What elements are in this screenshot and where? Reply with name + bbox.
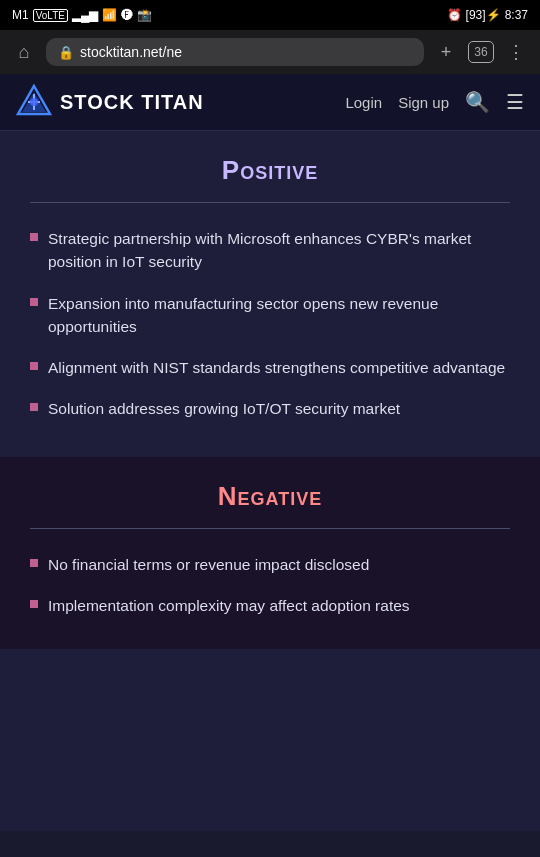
header-nav: Login Sign up 🔍 ☰ — [345, 90, 524, 114]
positive-section: Positive Strategic partnership with Micr… — [0, 131, 540, 453]
positive-item-1: Strategic partnership with Microsoft enh… — [48, 227, 510, 274]
positive-title: Positive — [30, 155, 510, 186]
browser-menu-icon[interactable]: ⋮ — [502, 41, 530, 63]
list-item: Implementation complexity may affect ado… — [30, 594, 510, 617]
status-right: ⏰ [93]⚡ 8:37 — [447, 8, 528, 22]
site-header: STOCK TITAN Login Sign up 🔍 ☰ — [0, 74, 540, 131]
url-text: stocktitan.net/ne — [80, 44, 182, 60]
carrier-label: M1 — [12, 8, 29, 22]
wifi-icon: 📶 — [102, 8, 117, 22]
list-item: Strategic partnership with Microsoft enh… — [30, 227, 510, 274]
negative-item-1: No financial terms or revenue impact dis… — [48, 553, 369, 576]
negative-item-2: Implementation complexity may affect ado… — [48, 594, 410, 617]
bullet-icon — [30, 298, 38, 306]
bullet-icon — [30, 362, 38, 370]
list-item: No financial terms or revenue impact dis… — [30, 553, 510, 576]
tabs-button[interactable]: 36 — [468, 41, 494, 63]
signal-icon: ▂▄▆ — [72, 8, 99, 22]
list-item: Expansion into manufacturing sector open… — [30, 292, 510, 339]
url-bar[interactable]: 🔒 stocktitan.net/ne — [46, 38, 424, 66]
time-display: 8:37 — [505, 8, 528, 22]
logo-icon — [16, 84, 52, 120]
svg-point-2 — [30, 98, 38, 106]
negative-divider — [30, 528, 510, 529]
negative-list: No financial terms or revenue impact dis… — [30, 553, 510, 618]
positive-list: Strategic partnership with Microsoft enh… — [30, 227, 510, 421]
bullet-icon — [30, 559, 38, 567]
positive-item-4: Solution addresses growing IoT/OT securi… — [48, 397, 400, 420]
status-bar: M1 VoLTE ▂▄▆ 📶 🅕 📸 ⏰ [93]⚡ 8:37 — [0, 0, 540, 30]
positive-divider — [30, 202, 510, 203]
instagram-icon: 📸 — [137, 8, 152, 22]
bullet-icon — [30, 233, 38, 241]
login-link[interactable]: Login — [345, 94, 382, 111]
bullet-icon — [30, 600, 38, 608]
positive-item-2: Expansion into manufacturing sector open… — [48, 292, 510, 339]
home-icon[interactable]: ⌂ — [10, 42, 38, 63]
browser-chrome: ⌂ 🔒 stocktitan.net/ne + 36 ⋮ — [0, 30, 540, 74]
status-left: M1 VoLTE ▂▄▆ 📶 🅕 📸 — [12, 8, 152, 22]
menu-icon[interactable]: ☰ — [506, 90, 524, 114]
positive-item-3: Alignment with NIST standards strengthen… — [48, 356, 505, 379]
list-item: Alignment with NIST standards strengthen… — [30, 356, 510, 379]
negative-title: Negative — [30, 481, 510, 512]
facebook-icon: 🅕 — [121, 8, 133, 22]
battery-label: [93]⚡ — [466, 8, 501, 22]
security-icon: 🔒 — [58, 45, 74, 60]
alarm-icon: ⏰ — [447, 8, 462, 22]
volte-badge: VoLTE — [33, 9, 68, 22]
list-item: Solution addresses growing IoT/OT securi… — [30, 397, 510, 420]
bullet-icon — [30, 403, 38, 411]
signup-link[interactable]: Sign up — [398, 94, 449, 111]
main-content: Positive Strategic partnership with Micr… — [0, 131, 540, 831]
negative-section: Negative No financial terms or revenue i… — [0, 457, 540, 650]
logo-text: STOCK TITAN — [60, 91, 204, 114]
logo-area: STOCK TITAN — [16, 84, 345, 120]
browser-actions: + 36 ⋮ — [432, 41, 530, 63]
new-tab-icon[interactable]: + — [432, 42, 460, 63]
search-icon[interactable]: 🔍 — [465, 90, 490, 114]
